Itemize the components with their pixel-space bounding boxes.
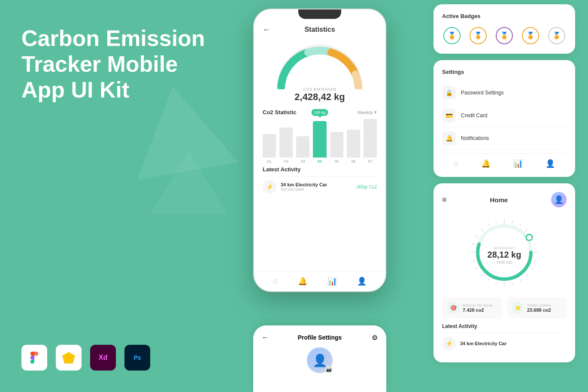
svg-line-10 — [530, 268, 533, 270]
profile-header: ← Profile Settings ⚙ — [262, 334, 378, 341]
menu-icon[interactable]: ≡ — [442, 195, 447, 204]
svg-text:CO2/DAILY: CO2/DAILY — [494, 246, 515, 250]
svg-line-17 — [481, 273, 484, 276]
activity-info: 34 km Electricity Car 410 n2c point — [281, 182, 351, 191]
badges-card: Active Badges 🏅 🏅 🏅 🏅 🏅 — [433, 4, 575, 54]
home-title: Home — [490, 196, 508, 204]
bar-chart: 01 02 03 245 kg 04 05 — [263, 121, 377, 164]
co2-section-title: Co2 Statistic — [263, 109, 297, 115]
target-icon: 🎯 — [447, 302, 459, 314]
badge-icon-5: 🏅 — [548, 27, 565, 44]
badge-3: 🏅 — [495, 26, 514, 45]
svg-line-18 — [475, 268, 478, 270]
bar-04: 245 kg — [313, 121, 326, 158]
badge-icon-4: 🏅 — [522, 27, 539, 44]
bar-label-03: 03 — [301, 159, 305, 164]
activity-item: ⚡ 34 km Electricity Car 410 n2c point -3… — [263, 176, 377, 197]
settings-nav: ⌂ 🔔 📊 👤 — [442, 153, 567, 168]
phone-frame: ← Statistics CO2 EMISSI — [253, 9, 386, 292]
bar-01 — [263, 134, 276, 158]
settings-notifications[interactable]: 🔔 Notifications — [442, 127, 567, 150]
profile-title: Profile Settings — [298, 334, 342, 341]
bar-02 — [279, 128, 293, 158]
bar-item-05: 05 — [330, 132, 343, 164]
nav-home[interactable]: ⌂ — [273, 277, 278, 286]
bar-item-06: 06 — [347, 130, 360, 164]
settings-title: Settings — [442, 69, 567, 75]
bar-06 — [347, 130, 360, 158]
team-info: TEAM STARS 23.688 co2 — [527, 304, 551, 313]
svg-line-22 — [475, 236, 478, 237]
gear-icon[interactable]: ⚙ — [372, 334, 378, 342]
bar-label-05: 05 — [334, 159, 339, 164]
settings-nav-bell[interactable]: 🔔 — [481, 159, 491, 168]
bar-tooltip-04: 245 kg — [311, 109, 328, 116]
activity-sub: 410 n2c point — [281, 187, 351, 191]
bar-07 — [364, 119, 377, 158]
badge-2: 🏅 — [469, 26, 488, 45]
team-stars-box: ⭐ TEAM STARS 23.688 co2 — [506, 298, 567, 318]
bar-item-03: 03 — [296, 136, 309, 164]
badge-4: 🏅 — [521, 26, 540, 45]
figma-icon — [21, 345, 47, 371]
badge-5: 🏅 — [547, 26, 567, 45]
gauge-container: CO2 EMISSION 2,428,42 kg — [263, 40, 377, 103]
co2-value: 2,428,42 kg — [294, 91, 345, 103]
home-header: ≡ Home 👤 — [442, 192, 567, 207]
home-card: ≡ Home 👤 — [433, 183, 575, 362]
sketch-icon — [56, 345, 82, 371]
user-avatar: 👤 — [551, 192, 567, 207]
bar-item-01: 01 — [263, 134, 276, 164]
settings-password[interactable]: 🔒 Password Settings — [442, 82, 567, 104]
svg-line-23 — [481, 229, 484, 232]
reach-info: REACH TO GOAL 7.428 co2 — [463, 304, 494, 313]
home-activity-name: 34 km Electricity Car — [460, 341, 567, 346]
bar-label-06: 06 — [351, 159, 355, 164]
svg-text:7200 n2c: 7200 n2c — [496, 260, 512, 264]
weekly-badge[interactable]: Weekly ▾ — [358, 109, 377, 115]
gauge-label: CO2 EMISSION 2,428,42 kg — [294, 87, 345, 103]
notifications-label: Notifications — [461, 135, 489, 141]
bell-icon: 🔔 — [442, 131, 456, 145]
home-activity-item: ⚡ 34 km Electricity Car — [442, 333, 567, 354]
latest-activity-title: Latest Activity — [263, 166, 377, 173]
bar-label-02: 02 — [284, 159, 288, 164]
circle-gauge-container: CO2/DAILY 28,12 kg 7200 n2c — [442, 214, 567, 291]
bottom-nav: ⌂ 🔔 📊 👤 — [254, 271, 385, 291]
statistics-title: Statistics — [304, 26, 335, 33]
back-arrow[interactable]: ← — [263, 25, 270, 34]
settings-card: Settings 🔒 Password Settings 💳 Credit Ca… — [433, 60, 575, 177]
profile-back[interactable]: ← — [262, 334, 269, 341]
phone-notch — [298, 9, 341, 19]
profile-avatar-area: 👤 📷 — [262, 347, 378, 373]
credit-label: Credit Card — [461, 112, 487, 119]
phone-statistics: ← Statistics CO2 EMISSI — [253, 9, 386, 301]
nav-user[interactable]: 👤 — [357, 277, 367, 286]
settings-nav-chart[interactable]: 📊 — [513, 159, 523, 168]
svg-line-21 — [472, 244, 475, 245]
camera-icon[interactable]: 📷 — [325, 365, 333, 373]
team-label: TEAM STARS — [527, 304, 551, 307]
nav-chart[interactable]: 📊 — [327, 277, 337, 286]
badge-icon-3: 🏅 — [496, 27, 513, 44]
left-panel: Carbon EmissionTracker MobileApp UI Kit — [21, 26, 215, 115]
settings-nav-user[interactable]: 👤 — [546, 159, 555, 168]
team-value: 23.688 co2 — [527, 307, 551, 313]
svg-line-5 — [525, 229, 528, 232]
settings-nav-home[interactable]: ⌂ — [454, 159, 458, 168]
settings-credit[interactable]: 💳 Credit Card — [442, 104, 567, 127]
co2-label: CO2 EMISSION — [294, 87, 345, 91]
svg-marker-1 — [63, 352, 75, 363]
stats-row: 🎯 REACH TO GOAL 7.428 co2 ⭐ TEAM STARS 2… — [442, 298, 567, 318]
main-title: Carbon EmissionTracker MobileApp UI Kit — [21, 26, 215, 103]
lock-icon: 🔒 — [442, 86, 456, 100]
nav-bell[interactable]: 🔔 — [298, 277, 307, 286]
svg-line-9 — [534, 260, 537, 261]
bar-05 — [330, 132, 343, 158]
stars-icon: ⭐ — [512, 302, 524, 314]
xd-icon: Xd — [90, 345, 116, 371]
password-label: Password Settings — [461, 90, 503, 96]
svg-line-4 — [520, 223, 521, 226]
bar-item-02: 02 — [279, 128, 293, 164]
svg-line-3 — [512, 220, 513, 223]
